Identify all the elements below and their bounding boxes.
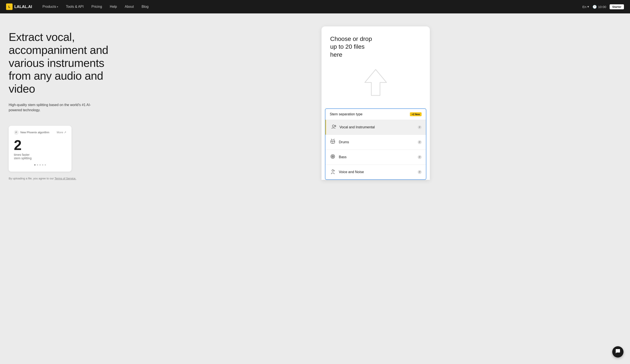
- stem-item-vocal[interactable]: Vocal and Instrumental P: [326, 120, 426, 135]
- svg-point-7: [332, 170, 334, 172]
- svg-marker-0: [365, 69, 386, 95]
- dot-4: [42, 164, 43, 166]
- promo-label-text: New Phoenix algorithm: [20, 131, 50, 134]
- logo-text: LALAL.AI: [14, 4, 32, 9]
- pro-badge-vocal: P: [418, 125, 422, 129]
- promo-detail-line1: times faster: [14, 153, 66, 157]
- logo[interactable]: L LALAL.AI: [6, 3, 32, 10]
- language-selector[interactable]: En ▾: [582, 5, 589, 9]
- navbar-right: En ▾ 🕐 10:00 Starter: [582, 4, 624, 9]
- stem-panel-header: Stem separation type +2 New: [326, 109, 426, 120]
- stem-label-vocal: Vocal and Instrumental: [340, 125, 415, 129]
- nav-about[interactable]: About: [121, 3, 137, 10]
- svg-point-1: [332, 125, 334, 127]
- chat-button[interactable]: [612, 346, 624, 358]
- logo-letter: L: [8, 5, 10, 8]
- voice-noise-icon: [330, 169, 336, 176]
- nav-pricing[interactable]: Pricing: [88, 3, 106, 10]
- pro-badge-drums: P: [418, 140, 422, 144]
- stem-item-drums[interactable]: Drums P: [326, 135, 426, 150]
- nav-blog[interactable]: Blog: [138, 3, 152, 10]
- dot-5: [45, 164, 46, 166]
- hero-title: Extract vocal, accompaniment and various…: [9, 31, 121, 95]
- logo-icon: L: [6, 3, 12, 10]
- nav-products[interactable]: Products ▾: [39, 3, 62, 10]
- clock-icon: 🕐: [592, 5, 597, 9]
- new-badge: +2 New: [410, 112, 422, 116]
- svg-point-4: [331, 155, 335, 159]
- promo-more-link[interactable]: More ↗: [57, 131, 66, 134]
- vocal-icon: [330, 124, 336, 131]
- upload-widget: Choose or dropup to 20 fileshere Stem se…: [322, 26, 430, 180]
- timer-display: 🕐 10:00: [592, 5, 606, 9]
- drop-text: Choose or dropup to 20 fileshere: [330, 35, 372, 59]
- upload-drop-zone[interactable]: Choose or dropup to 20 fileshere: [322, 26, 430, 108]
- promo-dots: [14, 164, 66, 166]
- svg-point-5: [332, 155, 334, 158]
- upload-arrow-icon: [363, 67, 389, 98]
- pro-badge-voice-noise: P: [418, 170, 422, 174]
- stem-item-bass[interactable]: Bass P: [326, 150, 426, 165]
- stem-panel-title: Stem separation type: [330, 112, 362, 116]
- promo-card-label: P New Phoenix algorithm: [14, 130, 50, 135]
- promo-detail-line2: stem splitting: [14, 157, 66, 160]
- svg-point-6: [332, 156, 333, 157]
- plan-badge[interactable]: Starter: [610, 4, 624, 9]
- bass-icon: [330, 154, 336, 161]
- promo-number: 2: [14, 138, 66, 152]
- terms-link[interactable]: Terms of Service.: [54, 177, 76, 180]
- promo-card: P New Phoenix algorithm More ↗ 2 times f…: [9, 126, 72, 172]
- dot-2: [37, 164, 38, 166]
- main-nav: Products ▾ Tools & API Pricing Help Abou…: [39, 3, 582, 10]
- dot-3: [40, 164, 41, 166]
- pro-badge-bass: P: [418, 155, 422, 159]
- nav-tools-api[interactable]: Tools & API: [62, 3, 87, 10]
- stem-panel: Stem separation type +2 New Vocal and In…: [325, 108, 426, 180]
- stem-label-bass: Bass: [339, 155, 415, 159]
- right-panel: Choose or dropup to 20 fileshere Stem se…: [130, 26, 621, 355]
- drums-icon: [330, 139, 336, 146]
- left-panel: Extract vocal, accompaniment and various…: [9, 26, 121, 355]
- navbar: L LALAL.AI Products ▾ Tools & API Pricin…: [0, 0, 630, 13]
- promo-label-icon: P: [14, 130, 19, 135]
- stem-label-voice-noise: Voice and Noise: [339, 170, 415, 174]
- hero-subtitle: High-quality stem splitting based on the…: [9, 102, 95, 113]
- nav-help[interactable]: Help: [106, 3, 120, 10]
- main-content: Extract vocal, accompaniment and various…: [0, 13, 630, 364]
- chevron-down-icon: ▾: [57, 6, 58, 8]
- terms-text: By uploading a file, you agree to our Te…: [9, 177, 121, 180]
- stem-item-voice-noise[interactable]: Voice and Noise P: [326, 165, 426, 180]
- dot-1: [34, 164, 36, 166]
- stem-label-drums: Drums: [339, 140, 415, 144]
- promo-card-header: P New Phoenix algorithm More ↗: [14, 130, 66, 135]
- upload-arrow-area: [330, 65, 421, 102]
- chevron-down-icon: ▾: [587, 5, 589, 9]
- chat-icon: [615, 349, 620, 355]
